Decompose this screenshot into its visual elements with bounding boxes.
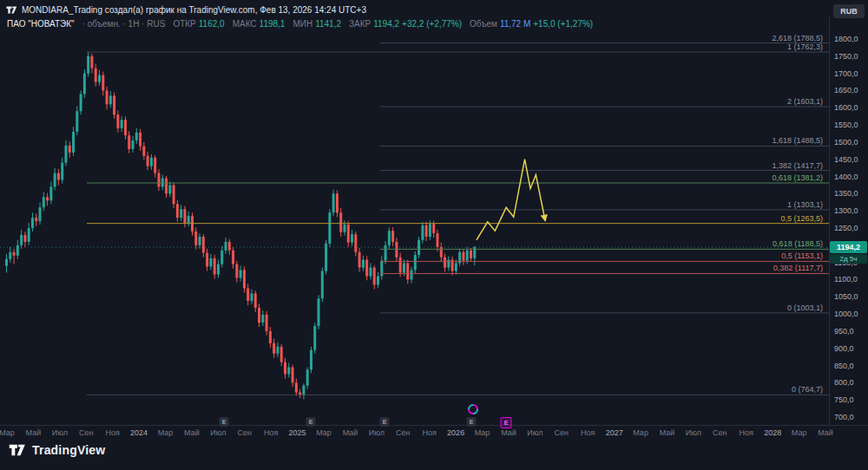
- open-label: ОТКР: [173, 19, 195, 29]
- low-value: 1141,2: [315, 19, 341, 29]
- tradingview-logo-icon: [9, 443, 26, 457]
- time-tick: Сен: [713, 428, 727, 437]
- symbol-meta: · объемн. · 1Н · RUS: [82, 19, 166, 29]
- time-tick: Май: [26, 428, 42, 437]
- high-field: МАКС 1198,1: [233, 19, 286, 29]
- time-tick: Сен: [238, 428, 252, 437]
- time-tick: 2026: [447, 428, 464, 437]
- volume-field: Объем 11,72 М +15,0 (+1,27%): [470, 19, 593, 29]
- high-label: МАКС: [233, 19, 257, 29]
- time-tick: 2027: [606, 428, 623, 437]
- price-tick: 1450,0: [834, 155, 858, 164]
- time-tick: Май: [501, 428, 516, 437]
- earnings-marker[interactable]: E: [306, 417, 316, 427]
- svg-text:1,382 (1417,7): 1,382 (1417,7): [772, 161, 823, 170]
- currency-button[interactable]: RUB: [833, 4, 865, 18]
- time-tick: Май: [184, 428, 200, 437]
- time-tick: Сен: [555, 428, 569, 437]
- time-tick: Июл: [527, 428, 542, 437]
- symbol-info-bar: ПАО "НОВАТЭК" · объемн. · 1Н · RUS ОТКР …: [7, 18, 593, 29]
- price-tick: 1700,0: [834, 69, 858, 78]
- earnings-marker[interactable]: E: [220, 417, 229, 427]
- time-tick: Мар: [475, 428, 490, 437]
- close-value: 1194,2: [373, 19, 399, 29]
- projection-drawing: [477, 160, 545, 240]
- fib-peak-to-trough: 1 (1762,3)0,618 (1381,2)0,5 (1263,5)0 (7…: [87, 42, 829, 395]
- price-tick: 950,0: [834, 327, 854, 336]
- svg-text:1 (1303,1): 1 (1303,1): [787, 200, 823, 209]
- time-tick: 2028: [764, 428, 781, 437]
- time-tick: Ноя: [423, 428, 437, 437]
- price-tick: 900,0: [834, 344, 854, 353]
- bar-countdown: 2д 5ч: [830, 254, 867, 264]
- svg-text:0,5 (1263,5): 0,5 (1263,5): [780, 214, 823, 223]
- time-tick: Мар: [316, 428, 332, 437]
- price-tick: 1550,0: [834, 121, 858, 129]
- attribution-bar: MONDIARA_Trading создал(а) график на Tra…: [6, 3, 366, 16]
- open-value: 1162,0: [199, 19, 225, 29]
- time-tick: Сен: [396, 428, 410, 437]
- svg-text:1,618 (1488,5): 1,618 (1488,5): [772, 136, 823, 145]
- candlestick-series: [5, 52, 476, 399]
- brand-name: TradingView: [32, 443, 105, 457]
- svg-text:0,382 (1117,7): 0,382 (1117,7): [773, 264, 823, 272]
- last-price-value: 1194,2: [830, 241, 867, 253]
- symbol-title[interactable]: ПАО "НОВАТЭК": [7, 19, 75, 29]
- time-axis-border: [0, 425, 868, 426]
- price-tick: 750,0: [834, 395, 854, 404]
- price-tick: 1500,0: [834, 138, 858, 147]
- tradingview-snapshot: MONDIARA_Trading создал(а) график на Tra…: [0, 0, 868, 470]
- time-tick: Июл: [52, 428, 68, 437]
- price-tick: 1400,0: [834, 173, 858, 181]
- time-tick: Мар: [0, 428, 15, 437]
- time-tick: Мар: [792, 428, 807, 437]
- earnings-marker[interactable]: E: [467, 417, 477, 427]
- cycle-icon[interactable]: [468, 404, 478, 415]
- time-tick: Июл: [369, 428, 385, 437]
- time-tick: Май: [343, 428, 358, 437]
- svg-text:0 (1003,1): 0 (1003,1): [787, 304, 823, 312]
- price-tick: 1300,0: [834, 206, 858, 215]
- time-tick: Ноя: [105, 428, 119, 437]
- attribution-text: MONDIARA_Trading создал(а) график на Tra…: [22, 5, 366, 15]
- highlighted-earnings-marker[interactable]: E: [501, 417, 512, 428]
- price-tick: 1100,0: [834, 275, 858, 284]
- price-tick: 1250,0: [834, 224, 858, 232]
- svg-text:0 (764,7): 0 (764,7): [792, 385, 823, 394]
- last-price-label: 1194,2 2д 5ч: [830, 241, 867, 264]
- time-tick: 2025: [289, 428, 306, 437]
- open-field: ОТКР 1162,0: [173, 19, 224, 29]
- time-tick: Ноя: [581, 428, 595, 437]
- price-tick: 850,0: [834, 362, 854, 370]
- price-tick: 800,0: [834, 378, 854, 387]
- close-field: ЗАКР 1194,2 +32,2 (+2,77%): [349, 19, 462, 29]
- price-axis-border: [829, 17, 830, 425]
- low-field: МИН 1141,2: [293, 19, 341, 29]
- tradingview-logo-icon: [6, 5, 17, 15]
- earnings-marker[interactable]: E: [380, 417, 390, 427]
- price-tick: 1350,0: [834, 189, 858, 198]
- time-tick: Мар: [633, 428, 648, 437]
- price-tick: 700,0: [834, 413, 854, 421]
- high-value: 1198,1: [260, 19, 286, 29]
- time-tick: Июл: [210, 428, 226, 437]
- time-tick: Июл: [686, 428, 701, 437]
- time-tick: Ноя: [740, 428, 753, 437]
- price-tick: 1650,0: [834, 86, 858, 95]
- chart-canvas[interactable]: 1 (1762,3)0,618 (1381,2)0,5 (1263,5)0 (7…: [0, 30, 829, 425]
- footer-brand[interactable]: TradingView: [9, 443, 105, 457]
- svg-text:0,5 (1153,1): 0,5 (1153,1): [781, 251, 823, 260]
- close-change: +32,2 (+2,77%): [402, 19, 462, 29]
- volume-label: Объем: [470, 19, 497, 29]
- price-tick: 1800,0: [834, 35, 858, 43]
- volume-change: +15,0 (+1,27%): [533, 19, 593, 29]
- price-tick: 1750,0: [834, 52, 858, 61]
- svg-text:2 (1603,1): 2 (1603,1): [787, 97, 823, 106]
- time-tick: Сен: [79, 428, 93, 437]
- time-tick: Ноя: [264, 428, 278, 437]
- svg-text:2,618 (1788,5): 2,618 (1788,5): [772, 34, 823, 42]
- price-tick: 1600,0: [834, 103, 858, 112]
- volume-value: 11,72 М: [500, 19, 530, 29]
- svg-text:0,618 (1188,5): 0,618 (1188,5): [773, 239, 823, 248]
- time-tick: Май: [660, 428, 675, 437]
